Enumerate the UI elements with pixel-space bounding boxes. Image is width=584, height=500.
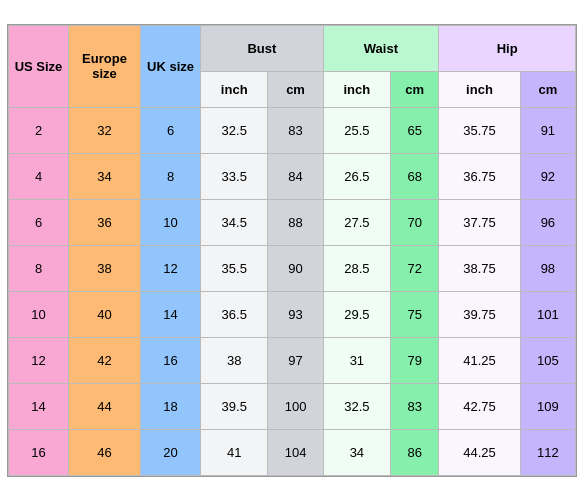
table-cell: 12 — [9, 337, 69, 383]
table-cell: 40 — [69, 291, 141, 337]
table-cell: 42.75 — [439, 383, 521, 429]
table-cell: 42 — [69, 337, 141, 383]
header-hip: Hip — [439, 25, 576, 71]
subheader-hip-inch: inch — [439, 71, 521, 107]
table-cell: 38 — [201, 337, 268, 383]
table-cell: 18 — [141, 383, 201, 429]
subheader-bust-inch: inch — [201, 71, 268, 107]
table-cell: 98 — [520, 245, 575, 291]
table-cell: 10 — [141, 199, 201, 245]
table-cell: 93 — [268, 291, 323, 337]
table-cell: 46 — [69, 429, 141, 475]
table-cell: 10 — [9, 291, 69, 337]
table-cell: 36.5 — [201, 291, 268, 337]
table-row: 434833.58426.56836.7592 — [9, 153, 576, 199]
table-row: 6361034.58827.57037.7596 — [9, 199, 576, 245]
table-cell: 16 — [141, 337, 201, 383]
subheader-bust-cm: cm — [268, 71, 323, 107]
table-body: 232632.58325.56535.7591434833.58426.5683… — [9, 107, 576, 475]
table-cell: 6 — [141, 107, 201, 153]
size-chart-wrapper: US Size Europe size UK size Bust Waist H… — [7, 24, 577, 477]
table-cell: 8 — [141, 153, 201, 199]
table-cell: 41 — [201, 429, 268, 475]
table-cell: 44 — [69, 383, 141, 429]
table-cell: 92 — [520, 153, 575, 199]
table-cell: 6 — [9, 199, 69, 245]
table-cell: 14 — [141, 291, 201, 337]
table-cell: 101 — [520, 291, 575, 337]
table-cell: 14 — [9, 383, 69, 429]
table-cell: 75 — [391, 291, 439, 337]
table-cell: 26.5 — [323, 153, 390, 199]
table-cell: 4 — [9, 153, 69, 199]
table-cell: 38.75 — [439, 245, 521, 291]
table-cell: 44.25 — [439, 429, 521, 475]
table-cell: 104 — [268, 429, 323, 475]
table-cell: 12 — [141, 245, 201, 291]
table-cell: 32 — [69, 107, 141, 153]
table-cell: 25.5 — [323, 107, 390, 153]
table-cell: 8 — [9, 245, 69, 291]
header-waist: Waist — [323, 25, 439, 71]
table-cell: 28.5 — [323, 245, 390, 291]
table-cell: 35.75 — [439, 107, 521, 153]
table-cell: 39.75 — [439, 291, 521, 337]
table-cell: 34.5 — [201, 199, 268, 245]
table-cell: 72 — [391, 245, 439, 291]
table-cell: 16 — [9, 429, 69, 475]
table-row: 16462041104348644.25112 — [9, 429, 576, 475]
header-uk-size: UK size — [141, 25, 201, 107]
table-cell: 112 — [520, 429, 575, 475]
table-cell: 32.5 — [323, 383, 390, 429]
table-cell: 38 — [69, 245, 141, 291]
table-cell: 97 — [268, 337, 323, 383]
table-cell: 20 — [141, 429, 201, 475]
size-chart-table: US Size Europe size UK size Bust Waist H… — [8, 25, 576, 476]
table-cell: 79 — [391, 337, 439, 383]
header-us-size: US Size — [9, 25, 69, 107]
table-row: 14441839.510032.58342.75109 — [9, 383, 576, 429]
table-cell: 100 — [268, 383, 323, 429]
table-cell: 68 — [391, 153, 439, 199]
table-cell: 105 — [520, 337, 575, 383]
table-cell: 91 — [520, 107, 575, 153]
table-cell: 34 — [323, 429, 390, 475]
table-cell: 109 — [520, 383, 575, 429]
table-cell: 96 — [520, 199, 575, 245]
table-cell: 33.5 — [201, 153, 268, 199]
table-cell: 31 — [323, 337, 390, 383]
table-cell: 35.5 — [201, 245, 268, 291]
subheader-hip-cm: cm — [520, 71, 575, 107]
table-cell: 36 — [69, 199, 141, 245]
header-europe-size: Europe size — [69, 25, 141, 107]
header-bust: Bust — [201, 25, 324, 71]
table-cell: 39.5 — [201, 383, 268, 429]
table-cell: 90 — [268, 245, 323, 291]
table-cell: 70 — [391, 199, 439, 245]
table-cell: 83 — [268, 107, 323, 153]
table-cell: 32.5 — [201, 107, 268, 153]
subheader-waist-cm: cm — [391, 71, 439, 107]
table-cell: 36.75 — [439, 153, 521, 199]
table-cell: 27.5 — [323, 199, 390, 245]
main-header-row: US Size Europe size UK size Bust Waist H… — [9, 25, 576, 71]
table-cell: 83 — [391, 383, 439, 429]
table-cell: 37.75 — [439, 199, 521, 245]
table-row: 232632.58325.56535.7591 — [9, 107, 576, 153]
subheader-waist-inch: inch — [323, 71, 390, 107]
table-cell: 65 — [391, 107, 439, 153]
table-cell: 88 — [268, 199, 323, 245]
table-cell: 84 — [268, 153, 323, 199]
table-cell: 29.5 — [323, 291, 390, 337]
table-row: 10401436.59329.57539.75101 — [9, 291, 576, 337]
table-cell: 34 — [69, 153, 141, 199]
table-cell: 2 — [9, 107, 69, 153]
table-row: 8381235.59028.57238.7598 — [9, 245, 576, 291]
table-cell: 86 — [391, 429, 439, 475]
table-row: 1242163897317941.25105 — [9, 337, 576, 383]
table-cell: 41.25 — [439, 337, 521, 383]
